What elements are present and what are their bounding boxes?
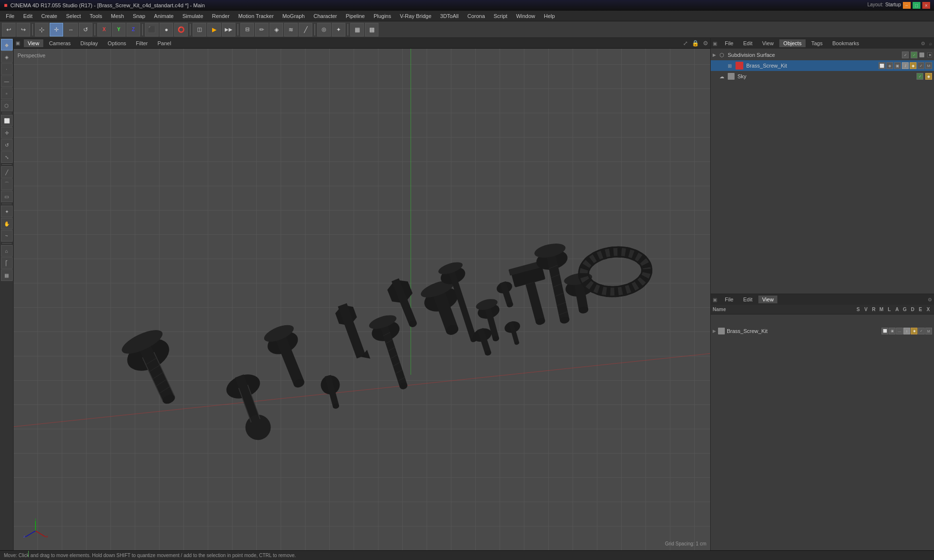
menu-edit[interactable]: Edit	[19, 12, 36, 20]
terrain-button[interactable]: ⌂	[1, 245, 13, 257]
menu-create[interactable]: Create	[37, 12, 61, 20]
render-all-button[interactable]: ▶▶	[222, 23, 235, 36]
arc-tool-button[interactable]: ⌒	[1, 178, 13, 190]
move-tool-left-button[interactable]: ✛	[1, 127, 13, 139]
material-row-brass[interactable]: ▶ Brass_Screw_Kit ⬜ ▣ — i ◈ ✓ M	[711, 315, 934, 347]
viewport-tab-view[interactable]: View	[24, 39, 43, 47]
deform-button[interactable]: ⎡	[1, 257, 13, 269]
menu-window[interactable]: Window	[512, 12, 539, 20]
obj-row-brass-screw-kit[interactable]: ▶ ⊞ Brass_Screw_Kit ⬜ ◈ ▣ ⅈ ◈ ✓ M	[711, 60, 934, 71]
point-mode-button[interactable]: ·	[1, 63, 13, 75]
minimize-button[interactable]: −	[903, 2, 911, 9]
obj-bottom-settings-icon[interactable]: ⚙	[928, 297, 932, 302]
rotate-tool-left-button[interactable]: ↺	[1, 139, 13, 151]
obj-row-sky[interactable]: ▶ ☁ Sky ✓ ◈	[711, 71, 934, 82]
texture-button[interactable]: ◈	[269, 23, 283, 36]
y-axis-button[interactable]: Y	[112, 23, 126, 36]
menu-mograph[interactable]: MoGraph	[279, 12, 309, 20]
grab-tool-button[interactable]: ✋	[1, 218, 13, 229]
viewport-tab-filter[interactable]: Filter	[132, 39, 151, 47]
render-region-button[interactable]: ◫	[193, 23, 206, 36]
close-button[interactable]: ×	[922, 2, 930, 9]
obj-bottom-tab-view[interactable]: View	[758, 296, 778, 303]
viewport-expand-icon[interactable]: ⤢	[683, 40, 688, 47]
paint-button[interactable]: ✏	[255, 23, 269, 36]
undo-button[interactable]: ↩	[2, 23, 16, 36]
obj-dot-subdivision	[919, 52, 924, 57]
maximize-button[interactable]: □	[913, 2, 920, 9]
menu-script[interactable]: Script	[490, 12, 511, 20]
display2-button[interactable]: ▩	[365, 23, 378, 36]
obj-bottom-tab-edit[interactable]: Edit	[739, 296, 756, 303]
x-axis-button[interactable]: X	[97, 23, 111, 36]
obj-cb-v-subdivision[interactable]: ✓	[911, 52, 917, 58]
smooth-tool-button[interactable]: ~	[1, 230, 13, 242]
sphere-button[interactable]: ●	[160, 23, 173, 36]
obj-top-tab-bookmarks[interactable]: Bookmarks	[828, 39, 863, 47]
obj-top-tab-view[interactable]: View	[758, 39, 778, 47]
grid-tool-button[interactable]: ▦	[1, 269, 13, 281]
hair-button[interactable]: ≋	[284, 23, 298, 36]
redo-button[interactable]: ↪	[17, 23, 30, 36]
line-tool-button[interactable]: ╱	[1, 166, 13, 178]
rotate-button[interactable]: ↺	[79, 23, 92, 36]
menu-vray-bridge[interactable]: V-Ray Bridge	[396, 12, 435, 20]
menu-pipeline[interactable]: Pipeline	[342, 12, 369, 20]
floor-button[interactable]: ⊟	[240, 23, 254, 36]
obj-bottom-tab-file[interactable]: File	[721, 296, 737, 303]
viewport[interactable]: Perspective	[14, 49, 710, 550]
obj-top-tab-file[interactable]: File	[721, 39, 737, 47]
obj-icon7-brass: M	[925, 62, 932, 69]
obj-cb-s-subdivision[interactable]: ✓	[902, 52, 909, 58]
menu-select[interactable]: Select	[62, 12, 85, 20]
move-button[interactable]: ✛	[50, 23, 63, 36]
viewport-solo-button[interactable]: ◎	[317, 23, 331, 36]
texture-mode-button[interactable]: ◈	[1, 51, 13, 63]
viewport-settings-icon[interactable]: ⚙	[703, 40, 708, 47]
sculpt-mode-button[interactable]: ⬡	[1, 100, 13, 111]
brush-tool-button[interactable]: ✦	[1, 206, 13, 217]
menu-character[interactable]: Character	[309, 12, 341, 20]
display1-button[interactable]: ▦	[350, 23, 364, 36]
viewport-lock-icon[interactable]: 🔒	[692, 40, 699, 47]
light-button[interactable]: ✦	[332, 23, 345, 36]
obj-top-settings-icon[interactable]: ⚙	[921, 41, 925, 46]
edge-mode-button[interactable]: —	[1, 75, 13, 87]
cylinder-button[interactable]: ⭕	[174, 23, 188, 36]
layout-value: Startup	[885, 2, 901, 9]
menu-3dtoall[interactable]: 3DToAll	[436, 12, 463, 20]
model-mode-button[interactable]: ◆	[1, 39, 13, 51]
viewport-tab-options[interactable]: Options	[104, 39, 130, 47]
menu-render[interactable]: Render	[208, 12, 234, 20]
scale-tool-left-button[interactable]: ⤡	[1, 151, 13, 163]
scale-button[interactable]: ↔	[64, 23, 78, 36]
viewport-tab-cameras[interactable]: Cameras	[45, 39, 75, 47]
rect-tool-button[interactable]: ▭	[1, 191, 13, 202]
menu-help[interactable]: Help	[540, 12, 559, 20]
menu-motion-tracker[interactable]: Motion Tracker	[234, 12, 278, 20]
viewport-tab-panel[interactable]: Panel	[154, 39, 175, 47]
menu-file[interactable]: File	[2, 12, 18, 20]
render-active-button[interactable]: ▶	[207, 23, 221, 36]
menu-plugins[interactable]: Plugins	[370, 12, 395, 20]
obj-top-search-icon[interactable]: ⌕	[929, 41, 932, 46]
obj-manager-bottom-tabs: ▣ File Edit View ⚙	[711, 294, 934, 305]
select-all-left-button[interactable]: ⬜	[1, 115, 13, 126]
viewport-tab-display[interactable]: Display	[76, 39, 102, 47]
obj-top-tab-edit[interactable]: Edit	[739, 39, 756, 47]
cube-button[interactable]: ⬛	[145, 23, 159, 36]
z-axis-button[interactable]: Z	[126, 23, 140, 36]
live-select-button[interactable]: ⊹	[35, 23, 49, 36]
obj-row-subdivision[interactable]: ▶ ⬡ Subdivision Surface ✓ ✓ ◈	[711, 50, 934, 60]
polygon-mode-button[interactable]: ▫	[1, 88, 13, 99]
menu-snap[interactable]: Snap	[129, 12, 149, 20]
menu-tools[interactable]: Tools	[86, 12, 106, 20]
obj-top-tab-objects[interactable]: Objects	[779, 39, 805, 47]
menu-animate[interactable]: Animate	[150, 12, 178, 20]
menu-corona[interactable]: Corona	[464, 12, 489, 20]
menu-simulate[interactable]: Simulate	[179, 12, 207, 20]
obj-top-tab-tags[interactable]: Tags	[808, 39, 826, 47]
obj-cb-sky[interactable]: ✓	[916, 73, 923, 80]
knife-button[interactable]: ╱	[299, 23, 312, 36]
menu-mesh[interactable]: Mesh	[107, 12, 128, 20]
